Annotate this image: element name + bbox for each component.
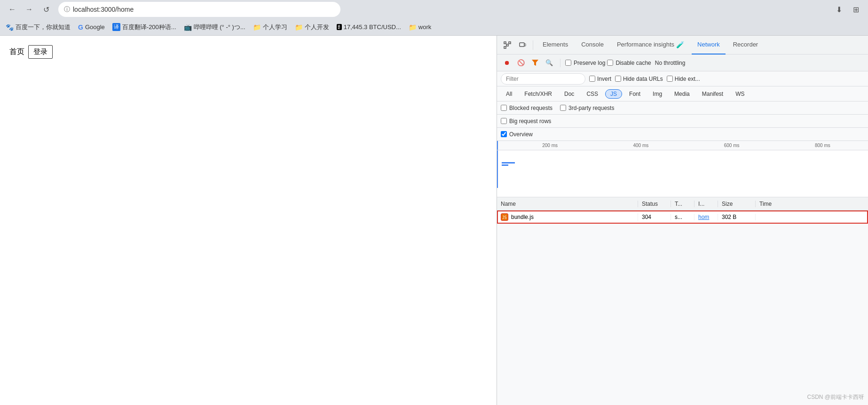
type-btn-fetch-xhr[interactable]: Fetch/XHR [519, 89, 557, 99]
hide-data-urls-checkbox[interactable] [615, 76, 621, 82]
hide-ext-checkbox[interactable] [667, 76, 673, 82]
disable-cache-label[interactable]: Disable cache [607, 60, 651, 66]
bookmark-btc[interactable]: ₿ 17,445.3 BTC/USD... [337, 23, 401, 31]
bookmark-translate[interactable]: 译 百度翻译-200种语... [112, 23, 176, 31]
tab-perf-icon: 🧪 [676, 41, 684, 48]
third-party-label[interactable]: 3rd-party requests [560, 105, 614, 111]
devtools-toolbar: Elements Console Performance insights 🧪 … [497, 36, 868, 55]
type-btn-all[interactable]: All [501, 89, 517, 99]
blocked-requests-checkbox[interactable] [501, 105, 507, 111]
bookmark-dev-label: 个人开发 [305, 23, 329, 31]
bookmark-learning[interactable]: 📁 个人学习 [253, 23, 287, 31]
timeline-ruler: 200 ms 400 ms 600 ms 800 ms [497, 141, 868, 150]
svg-rect-4 [520, 43, 524, 47]
record-button[interactable]: ⏺ [501, 57, 513, 69]
third-party-checkbox[interactable] [560, 105, 566, 111]
col-header-time[interactable]: Time [756, 201, 868, 207]
timeline-cursor [497, 141, 498, 150]
svg-rect-0 [504, 42, 506, 44]
row-size-bundle-js: 302 B [718, 214, 756, 220]
svg-rect-3 [506, 44, 508, 46]
type-btn-css[interactable]: CSS [581, 89, 603, 99]
preserve-log-label[interactable]: Preserve log [565, 60, 605, 66]
col-header-size[interactable]: Size [718, 201, 756, 207]
tab-console[interactable]: Console [576, 36, 609, 55]
google-icon: G [78, 23, 83, 31]
col-header-initiator[interactable]: I... [694, 201, 718, 207]
tab-network[interactable]: Network [692, 36, 726, 55]
device-toggle-icon[interactable] [516, 39, 529, 52]
browser-chrome: ← → ↺ ⓘ localhost:3000/home ⬇ ⊞ 🐾 百度一下，你… [0, 0, 868, 36]
bookmark-translate-label: 百度翻译-200种语... [122, 23, 176, 31]
bilibili-icon: 📺 [184, 23, 192, 31]
filter-input[interactable] [501, 73, 585, 85]
table-header: Name Status T... I... Size Time [497, 197, 868, 210]
search-icon[interactable]: 🔍 [543, 57, 555, 69]
toolbar-sep-1 [560, 59, 560, 67]
bookmark-google[interactable]: G Google [78, 23, 105, 31]
network-overview: 200 ms 400 ms 600 ms 800 ms [497, 141, 868, 197]
toolbar-separator-1 [533, 40, 533, 50]
main-content: 首页 登录 Elements [0, 36, 868, 405]
download-icon[interactable]: ⬇ [832, 3, 845, 16]
invert-label[interactable]: Invert [589, 76, 611, 82]
security-icon: ⓘ [64, 5, 70, 14]
bookmark-work[interactable]: 📁 work [409, 23, 431, 31]
inspect-icon[interactable] [501, 39, 514, 52]
type-btn-media[interactable]: Media [669, 89, 695, 99]
col-header-name[interactable]: Name [497, 201, 638, 207]
third-party-text: 3rd-party requests [568, 105, 614, 111]
bookmark-bilibili[interactable]: 📺 哔哩哔哩 (° -° )つ... [184, 23, 245, 31]
preserve-log-checkbox[interactable] [565, 60, 571, 66]
overview-bar-2 [502, 164, 508, 166]
tab-console-label: Console [581, 41, 604, 48]
folder-icon-1: 📁 [253, 23, 261, 31]
type-btn-manifest[interactable]: Manifest [697, 89, 728, 99]
bookmark-baidu[interactable]: 🐾 百度一下，你就知道 [6, 23, 71, 31]
type-btn-img[interactable]: Img [647, 89, 667, 99]
type-btn-js[interactable]: JS [605, 89, 622, 99]
overview-checkbox[interactable] [501, 131, 507, 137]
bookmark-btc-label: 17,445.3 BTC/USD... [344, 23, 401, 31]
col-header-status[interactable]: Status [638, 201, 671, 207]
type-btn-font[interactable]: Font [624, 89, 646, 99]
hide-ext-label[interactable]: Hide ext... [667, 76, 700, 82]
tab-performance-insights[interactable]: Performance insights 🧪 [611, 36, 690, 55]
tab-recorder-label: Recorder [733, 41, 758, 48]
initiator-link[interactable]: hom [698, 214, 709, 220]
col-header-type[interactable]: T... [671, 201, 694, 207]
overview-label[interactable]: Overview [501, 131, 533, 138]
page-nav: 首页 登录 [9, 45, 487, 59]
folder-icon-3: 📁 [409, 23, 417, 31]
filter-bar: Invert Hide data URLs Hide ext... [497, 71, 868, 86]
big-request-rows-checkbox[interactable] [501, 118, 507, 124]
address-bar[interactable]: ⓘ localhost:3000/home [58, 2, 340, 17]
type-btn-ws[interactable]: WS [730, 89, 750, 99]
extensions-icon[interactable]: ⊞ [849, 3, 862, 16]
timeline-mark-800: 800 ms [777, 143, 868, 148]
clear-button[interactable]: 🚫 [515, 57, 527, 69]
filter-icon[interactable] [529, 57, 541, 69]
table-row[interactable]: JS bundle.js 304 s... hom 302 B [497, 210, 868, 224]
bookmark-google-label: Google [85, 23, 105, 31]
hide-data-urls-label[interactable]: Hide data URLs [615, 76, 663, 82]
reload-button[interactable]: ↺ [39, 3, 53, 16]
row-type-bundle-js: s... [671, 214, 694, 220]
big-request-rows-text: Big request rows [509, 118, 551, 125]
bookmark-dev[interactable]: 📁 个人开发 [295, 23, 329, 31]
tab-elements[interactable]: Elements [537, 36, 574, 55]
forward-button[interactable]: → [23, 3, 36, 16]
login-button[interactable]: 登录 [28, 45, 53, 59]
overview-cursor-line [497, 150, 498, 188]
svg-rect-1 [504, 47, 506, 48]
translate-icon: 译 [112, 23, 120, 31]
disable-cache-checkbox[interactable] [607, 60, 613, 66]
type-btn-doc[interactable]: Doc [559, 89, 579, 99]
tab-recorder[interactable]: Recorder [727, 36, 764, 55]
title-bar: ← → ↺ ⓘ localhost:3000/home ⬇ ⊞ [0, 0, 868, 19]
invert-checkbox[interactable] [589, 76, 595, 82]
back-button[interactable]: ← [6, 3, 19, 16]
blocked-requests-label[interactable]: Blocked requests [501, 105, 552, 111]
no-throttling-text: No throttling [655, 60, 686, 66]
big-request-rows-label[interactable]: Big request rows [501, 118, 551, 125]
